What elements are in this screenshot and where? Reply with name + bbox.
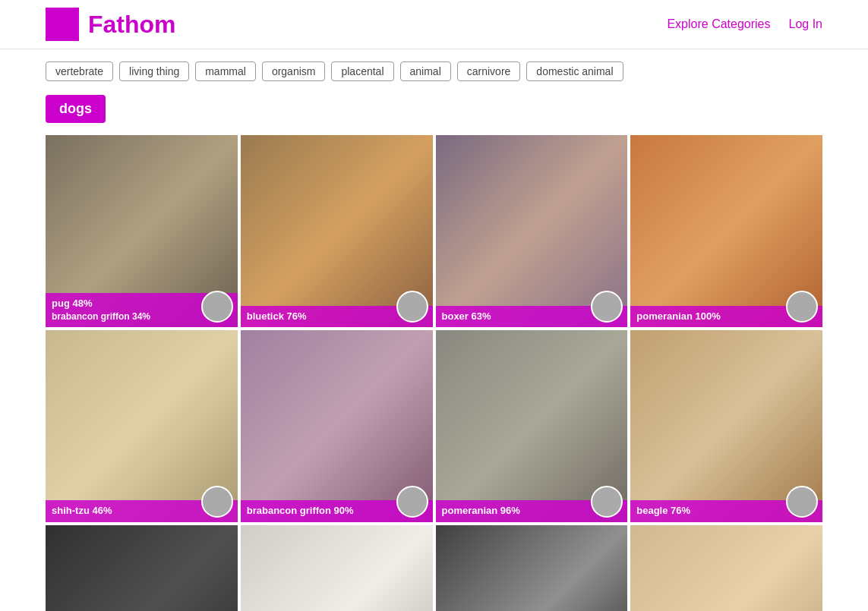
login-link[interactable]: Log In [789,17,822,31]
grid-item-4[interactable]: pomeranian 100% [630,135,822,327]
dog-image-9 [46,525,238,612]
avatar-7 [591,486,623,518]
grid-item-5[interactable]: shih-tzu 46% [46,330,238,522]
tag-pill-carnivore[interactable]: carnivore [457,61,521,81]
tag-pill-vertebrate[interactable]: vertebrate [46,61,113,81]
logo-text: Fathom [88,11,176,39]
grid-item-10[interactable] [241,525,433,612]
header: Fathom Explore Categories Log In [0,0,868,49]
explore-categories-link[interactable]: Explore Categories [667,17,770,31]
avatar-2 [396,291,428,323]
tags-list: vertebrateliving thingmammalorganismplac… [46,61,822,81]
dog-image-10 [241,525,433,612]
dog-image-11 [436,525,628,612]
tags-bar: vertebrateliving thingmammalorganismplac… [0,49,868,129]
tag-pill-mammal[interactable]: mammal [195,61,256,81]
grid-item-1[interactable]: pug 48%brabancon griffon 34% [46,135,238,327]
avatar-8 [786,486,818,518]
grid-item-11[interactable] [436,525,628,612]
grid-item-8[interactable]: beagle 76% [630,330,822,522]
tag-pill-animal[interactable]: animal [400,61,451,81]
section-label: dogs [46,95,106,123]
avatar-5 [201,486,233,518]
avatar-6 [396,486,428,518]
grid-item-12[interactable] [630,525,822,612]
tag-pill-living-thing[interactable]: living thing [119,61,189,81]
avatar-4 [786,291,818,323]
image-grid: pug 48%brabancon griffon 34%bluetick 76%… [0,129,868,611]
tag-pill-organism[interactable]: organism [262,61,326,81]
grid-item-6[interactable]: brabancon griffon 90% [241,330,433,522]
logo-container: Fathom [46,8,176,41]
grid-item-3[interactable]: boxer 63% [436,135,628,327]
avatar-1 [201,291,233,323]
grid-item-2[interactable]: bluetick 76% [241,135,433,327]
header-nav: Explore Categories Log In [667,17,822,31]
dog-image-12 [630,525,822,612]
grid-item-9[interactable] [46,525,238,612]
grid-item-7[interactable]: pomeranian 96% [436,330,628,522]
avatar-3 [591,291,623,323]
logo-icon [46,8,79,41]
tag-pill-domestic-animal[interactable]: domestic animal [526,61,623,81]
tag-pill-placental[interactable]: placental [331,61,393,81]
